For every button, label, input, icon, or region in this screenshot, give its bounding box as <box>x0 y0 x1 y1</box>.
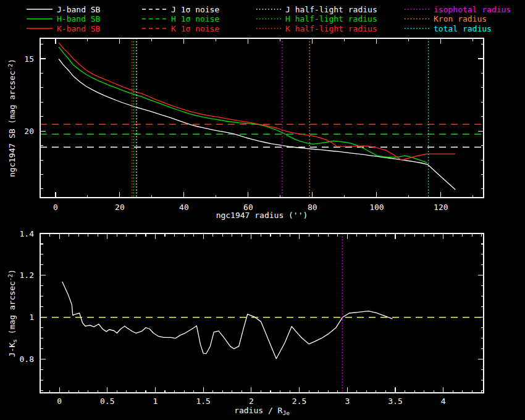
superscript: -2 <box>7 274 14 281</box>
y-tick-label: 1.2 <box>20 271 34 280</box>
superscript: -2 <box>7 64 14 70</box>
legend-item-label: K half-light radius <box>285 24 377 33</box>
panel-frame <box>40 233 484 393</box>
panel-0-y-axis-title: ngc1947 SB (mag arcsec-2) <box>7 59 17 177</box>
y-tick-label: 20 <box>24 127 34 136</box>
panel-j-minus-ks-color-profile: 00.511.522.533.540.811.21.4radius / RJeJ… <box>7 229 484 417</box>
x-tick-label: 1.5 <box>196 397 210 406</box>
legend-item-label: H half-light radius <box>285 14 377 23</box>
x-tick-label: 40 <box>179 203 189 212</box>
legend-item-h-band-sb: H-band SB <box>27 14 101 23</box>
x-tick-label: 80 <box>308 203 317 212</box>
legend-item-label: K-band SB <box>57 24 101 33</box>
label-text: radius / R <box>234 406 282 415</box>
legend-item-label: H-band SB <box>57 14 101 23</box>
x-tick-label: 0 <box>53 203 58 212</box>
label-text: ngc1947 SB (mag arcsec <box>7 71 17 177</box>
legend: J-band SBH-band SBK-band SBJ 1σ noiseH 1… <box>27 5 511 33</box>
legend-item-label: H 1σ noise <box>171 14 219 23</box>
x-tick-label: 3 <box>345 397 350 406</box>
legend-item-k-noise: K 1σ noise <box>142 24 219 33</box>
legend-item-kron-radius: Kron radius <box>405 14 487 23</box>
label-text: (mag arcsec <box>7 281 17 339</box>
tick-marks <box>40 233 484 393</box>
legend-item-k-half-light: K half-light radius <box>256 24 377 33</box>
panel-frame <box>40 38 484 198</box>
x-tick-label: 3.5 <box>388 397 402 406</box>
label-text: ngc1947 radius ('') <box>216 211 308 220</box>
legend-item-label: total radius <box>434 24 492 33</box>
legend-item-k-band-sb: K-band SB <box>27 24 101 33</box>
x-tick-label: 2 <box>249 397 254 406</box>
y-tick-label: 0.8 <box>20 355 34 364</box>
x-tick-label: 1 <box>153 397 158 406</box>
x-tick-label: 0.5 <box>100 397 114 406</box>
legend-item-label: J half-light radius <box>285 5 377 14</box>
legend-item-j-half-light: J half-light radius <box>256 5 377 14</box>
label-text: J-K <box>7 343 17 358</box>
label-text: ) <box>7 59 17 64</box>
legend-item-j-band-sb: J-band SB <box>27 5 101 14</box>
label-text: ) <box>7 269 17 274</box>
panel-surface-brightness-profile: 0204060801001201520ngc1947 radius ('')ng… <box>7 38 484 220</box>
y-tick-label: 15 <box>24 54 34 64</box>
x-tick-label: 20 <box>115 203 125 212</box>
x-tick-label: 100 <box>369 203 384 212</box>
series-h-band-sb <box>59 47 427 162</box>
x-tick-label: 4 <box>441 397 446 406</box>
tick-marks <box>40 38 484 198</box>
legend-item-h-half-light: H half-light radius <box>256 14 377 23</box>
x-tick-label: 0 <box>57 397 62 406</box>
x-tick-label: 2.5 <box>292 397 306 406</box>
legend-item-isophotal-radius: isophotal radius <box>405 5 511 14</box>
legend-item-j-noise: J 1σ noise <box>142 5 219 14</box>
plots-svg: 0204060801001201520ngc1947 radius ('')ng… <box>0 0 525 420</box>
subscript: Je <box>282 410 290 416</box>
legend-item-label: J 1σ noise <box>171 5 219 14</box>
panel-1-y-axis-title: J-Ks (mag arcsec-2) <box>7 269 19 357</box>
y-tick-label: 1 <box>29 313 34 322</box>
y-tick-label: 1.4 <box>20 229 35 238</box>
legend-item-h-noise: H 1σ noise <box>142 14 219 23</box>
legend-item-label: J-band SB <box>57 5 101 14</box>
panel-1-x-axis-title: radius / RJe <box>234 406 290 416</box>
legend-item-label: Kron radius <box>434 14 487 23</box>
plot-canvas: 0204060801001201520ngc1947 radius ('')ng… <box>0 0 525 420</box>
panel-0-x-axis-title: ngc1947 radius ('') <box>216 211 308 220</box>
legend-item-total-radius: total radius <box>405 24 492 33</box>
legend-item-label: isophotal radius <box>434 5 511 14</box>
legend-item-label: K 1σ noise <box>171 24 219 33</box>
x-tick-label: 120 <box>434 203 448 212</box>
